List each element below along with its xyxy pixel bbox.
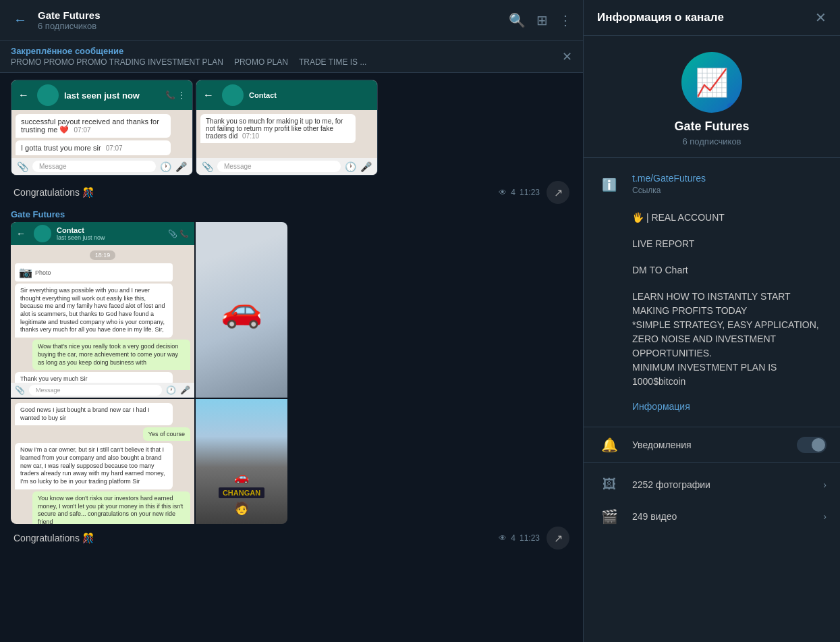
pinned-tab-3[interactable]: TRADE TIME IS ... (299, 57, 366, 67)
wa-back-icon: ← (18, 89, 29, 101)
wa-msg-safe: You know we don't risks our investors ha… (32, 491, 190, 524)
bell-icon: 🔔 (597, 437, 621, 453)
wa-status-3: last seen just now (57, 234, 105, 241)
pinned-tab-2[interactable]: PROMO PLAN (234, 57, 288, 67)
wa-avatar-3 (34, 225, 51, 242)
channel-avatar-icon: 📈 (695, 67, 729, 99)
wa-msg-2: I gotta trust you more sir 07:07 (16, 140, 171, 155)
views-icon-2: 👁 (499, 533, 507, 543)
wa-header-3: ← Contact last seen just now 📎 📞 (11, 222, 194, 245)
collage-cell-car-2: 🚗 CHANGAN 🧑 (196, 399, 287, 524)
more-options-icon[interactable]: ⋮ (559, 12, 572, 28)
wa-back-icon-2: ← (203, 89, 214, 101)
info-panel-header: Информация о канале ✕ (584, 0, 840, 36)
share-button-2[interactable]: ↗ (547, 527, 569, 550)
wa-input-1[interactable]: Message (32, 161, 156, 172)
wa-msg-3: Thank you so much for making it up to me… (200, 114, 356, 143)
info-description-row: 🖐 | REAL ACCOUNT LIVE REPORT DM TO Chart… (597, 204, 827, 419)
description-minimum: MINIMUM INVESTMENT PLAN IS 1000$bitcoin (632, 360, 827, 389)
message-1: ← last seen just now 📞 ⋮ successful payo… (11, 80, 572, 204)
chat-title: Gate Futures (38, 9, 501, 21)
notifications-row: 🔔 Уведомления (584, 427, 840, 463)
notifications-label: Уведомления (632, 439, 786, 450)
attach-icon-2: 📎 (202, 161, 213, 172)
video-icon: 🎬 (597, 508, 621, 525)
header-actions: 🔍 ⊞ ⋮ (509, 12, 572, 28)
mic-icon: 🎤 (175, 161, 187, 172)
channel-link[interactable]: t.me/GateFutures (632, 173, 827, 184)
wa-contact-name-2: Contact (249, 91, 277, 99)
photos-label: 2252 фотографии (632, 479, 812, 490)
photo-attachment: 📷 Photo (15, 263, 173, 282)
clock-icon-3: 🕐 (166, 385, 176, 395)
wa-footer-2: 📎 Message 🕐 🎤 (196, 158, 377, 175)
views-icon: 👁 (499, 188, 507, 197)
chat-title-block: Gate Futures 6 подписчиков (38, 9, 501, 31)
back-button[interactable]: ← (11, 9, 30, 30)
pinned-close-button[interactable]: ✕ (562, 49, 572, 64)
info-link-section: ℹ️ t.me/GateFutures Ссылка 🖐 | REAL ACCO… (584, 158, 840, 427)
wa-avatar-2 (222, 84, 244, 106)
chat-header: ← Gate Futures 6 подписчиков 🔍 ⊞ ⋮ (0, 0, 583, 41)
screenshot-1: ← last seen just now 📞 ⋮ successful payo… (11, 80, 193, 176)
info-panel-close-button[interactable]: ✕ (815, 9, 827, 26)
message-1-text: Congratulations 🎊 (13, 187, 94, 198)
description-learn: LEARN HOW TO INSTANTLY START MAKING PROF… (632, 290, 827, 318)
videos-row[interactable]: 🎬 249 видео › (584, 500, 840, 533)
message-1-meta: 👁 4 11:23 (499, 188, 540, 197)
wa-msg-reply: Thank you very much Sir (15, 372, 173, 383)
description-real-account: 🖐 | REAL ACCOUNT (632, 211, 827, 225)
photos-chevron: › (823, 479, 827, 490)
wa-input-3[interactable]: Message (29, 385, 162, 396)
channel-hero: 📈 10° Gate Futures 6 подписчиков (584, 36, 840, 158)
info-link-content: t.me/GateFutures Ссылка (632, 173, 827, 197)
channel-avatar: 📈 10° (681, 52, 742, 113)
anniversary-badge: 10° (727, 103, 742, 113)
channel-subscribers: 6 подписчиков (682, 136, 741, 146)
layout-icon[interactable]: ⊞ (536, 12, 548, 28)
description-strategy: *SIMPLE STRATEGY, EASY APPLICATION, ZERO… (632, 318, 827, 360)
attach-icon-3: 📎 (15, 385, 25, 395)
wa-input-2[interactable]: Message (217, 161, 341, 172)
message-1-views: 4 (511, 188, 515, 197)
share-button-1[interactable]: ↗ (547, 181, 569, 204)
car-dealership-image: 🚗 CHANGAN 🧑 (196, 399, 287, 524)
videos-chevron: › (823, 511, 827, 522)
message-2-sender: Gate Futures (11, 209, 572, 219)
pinned-message-bar: Закреплённое сообщение PROMO PROMO PROMO… (0, 41, 583, 73)
description-dm: DM TO Chart (632, 263, 827, 277)
message-2-views: 4 (511, 533, 515, 543)
photos-row[interactable]: 🖼 2252 фотографии › (584, 469, 840, 500)
wa-msg-good-news: Good news I just bought a brand new car … (15, 403, 173, 425)
wa-msg-car-owner: Now I'm a car owner, but sir I still can… (15, 443, 173, 489)
pinned-label: Закреплённое сообщение (11, 46, 557, 56)
message-2-footer: Congratulations 🎊 👁 4 11:23 ↗ (11, 527, 572, 550)
attach-icon: 📎 (17, 161, 28, 172)
info-panel-title: Информация о канале (597, 11, 724, 24)
notifications-toggle[interactable] (797, 437, 827, 453)
chat-subtitle: 6 подписчиков (38, 21, 501, 31)
wa-body-chat-2: Good news I just bought a brand new car … (11, 399, 194, 524)
photo-icon: 🖼 (597, 477, 621, 492)
search-icon[interactable]: 🔍 (509, 12, 526, 28)
car-image-1: 🚗 (196, 222, 287, 398)
message-2-time: 11:23 (520, 533, 540, 543)
collage-cell-chat-2: Good news I just bought a brand new car … (11, 399, 194, 524)
wa-icons: 📞 ⋮ (165, 90, 186, 100)
pinned-tab-1[interactable]: PROMO PROMO PROMO TRADING INVESTMENT PLA… (11, 57, 223, 67)
wa-body-3: 18:19 📷 Photo Sir everything was possibl… (11, 245, 194, 383)
wa-msg-out-1: Wow that's nice you really took a very g… (32, 340, 190, 370)
wa-contact-name: last seen just now (64, 90, 140, 101)
message-1-footer: Congratulations 🎊 👁 4 11:23 ↗ (11, 181, 572, 204)
wa-body-1: successful payout received and thanks fo… (11, 110, 192, 158)
videos-label: 249 видео (632, 511, 812, 522)
wa-header-icons-3: 📎 📞 (168, 230, 189, 238)
collage-row-1: ← Contact last seen just now 📎 📞 18:19 (11, 222, 287, 398)
wa-header-2: ← Contact (196, 80, 377, 110)
wa-msg-yes: Yes of course (143, 427, 190, 441)
wa-body-2: Thank you so much for making it up to me… (196, 110, 377, 158)
messages-area: ← last seen just now 📞 ⋮ successful payo… (0, 73, 583, 642)
wa-footer-3: 📎 Message 🕐 🎤 (11, 383, 194, 398)
collage-row-2: Good news I just bought a brand new car … (11, 399, 287, 524)
person-icon: 🧑 (234, 501, 249, 516)
